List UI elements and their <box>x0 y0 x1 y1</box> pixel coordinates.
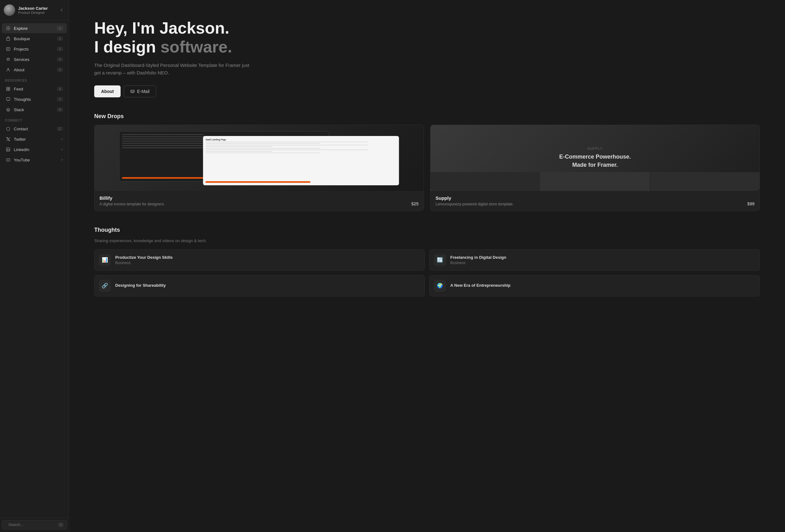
thought-title-productize: Productize Your Design Skills <box>115 255 173 260</box>
thought-icon-freelancing: 🔄 <box>434 254 446 266</box>
youtube-external-icon: ↗ <box>60 158 63 162</box>
hero-buttons: About E-Mail <box>94 85 760 97</box>
projects-badge: 3 <box>57 47 63 51</box>
boutique-label: Boutique <box>14 36 30 41</box>
svg-rect-7 <box>8 89 10 91</box>
resources-label: RESOURCES <box>0 75 69 83</box>
search-bar[interactable]: S <box>2 520 67 530</box>
services-icon <box>6 57 11 62</box>
email-label: E-Mail <box>137 89 149 94</box>
supply-desc: Lemonsqueezy-powered digital store templ… <box>435 202 514 206</box>
contact-label: Contact <box>14 127 28 131</box>
twitter-label: Twitter <box>14 137 26 142</box>
thought-item-entrepreneurship[interactable]: 🌍 A New Era of Entrepreneurship <box>429 275 760 297</box>
thought-item-freelancing[interactable]: 🔄 Freelancing in Digital Design Business <box>429 249 760 271</box>
about-button[interactable]: About <box>94 85 121 97</box>
thoughts-icon <box>6 97 11 102</box>
youtube-icon <box>6 157 11 162</box>
svg-rect-6 <box>7 89 8 91</box>
avatar <box>4 4 15 16</box>
linkedin-icon <box>6 147 11 152</box>
explore-label: Explore <box>14 26 28 31</box>
billify-info: Billify A digital invoice template for d… <box>95 191 424 211</box>
thoughts-section: Thoughts Sharing experiences, knowledge … <box>94 227 760 297</box>
main-content: Hey, I'm Jackson. I design software. The… <box>69 0 785 532</box>
drops-section: New Drops <box>94 113 760 211</box>
thought-item-productize[interactable]: 📊 Productize Your Design Skills Business <box>94 249 425 271</box>
sidebar-item-thoughts[interactable]: Thoughts 7 <box>2 94 67 104</box>
search-input[interactable] <box>8 523 56 527</box>
sidebar-item-stack[interactable]: Stack 8 <box>2 105 67 115</box>
hero-title-line1: Hey, I'm Jackson. <box>94 19 230 37</box>
thought-icon-shareability: 🔗 <box>99 280 111 292</box>
twitter-icon <box>6 136 11 142</box>
thoughts-badge: 7 <box>57 97 63 101</box>
drop-card-supply[interactable]: SUPPLY E-Commerce Powerhouse.Made for Fr… <box>430 125 760 211</box>
sidebar-item-youtube[interactable]: YouTube ↗ <box>2 155 67 165</box>
billify-desc: A digital invoice template for designers… <box>100 202 165 206</box>
connect-label: CONNECT <box>0 115 69 123</box>
sidebar-item-services[interactable]: Services 4 <box>2 54 67 65</box>
email-button[interactable]: E-Mail <box>124 85 156 97</box>
hero-title-highlight: software. <box>160 38 232 56</box>
sidebar-header: Jackson Carter Product Designer <box>0 0 69 20</box>
billify-name: Billify <box>100 195 165 201</box>
hero-title-line2-prefix: I design <box>94 38 160 56</box>
billify-price: $25 <box>411 201 419 206</box>
supply-name: Supply <box>435 195 514 201</box>
user-name: Jackson Carter <box>18 6 48 11</box>
supply-price: $99 <box>747 201 755 206</box>
sidebar-item-contact[interactable]: Contact C <box>2 124 67 134</box>
collapse-button[interactable] <box>58 7 65 14</box>
about-badge: 5 <box>57 68 63 72</box>
explore-icon <box>6 26 11 31</box>
thought-category-freelancing: Business <box>450 261 506 265</box>
services-badge: 4 <box>57 57 63 61</box>
sidebar-item-boutique[interactable]: Boutique 2 <box>2 33 67 44</box>
sidebar-item-feed[interactable]: Feed 6 <box>2 84 67 94</box>
sidebar: Jackson Carter Product Designer Explore <box>0 0 69 532</box>
about-icon <box>6 67 11 72</box>
search-icon <box>5 523 6 527</box>
drop-card-billify[interactable]: SaaS Landing Page <box>94 125 424 211</box>
thought-category-productize: Business <box>115 261 173 265</box>
thought-icon-entrepreneurship: 🌍 <box>434 280 446 292</box>
thought-title-freelancing: Freelancing in Digital Design <box>450 255 506 260</box>
user-profile[interactable]: Jackson Carter Product Designer <box>4 4 48 16</box>
linkedin-label: LinkedIn <box>14 147 29 152</box>
boutique-badge: 2 <box>57 36 63 41</box>
feed-label: Feed <box>14 87 23 92</box>
twitter-external-icon: ↗ <box>60 137 63 141</box>
contact-icon <box>6 126 11 131</box>
stack-badge: 8 <box>57 107 63 112</box>
svg-rect-12 <box>131 90 134 93</box>
sidebar-item-about[interactable]: About 5 <box>2 65 67 75</box>
user-info: Jackson Carter Product Designer <box>18 6 48 15</box>
thought-icon-productize: 📊 <box>99 254 111 266</box>
thought-item-shareability[interactable]: 🔗 Designing for Shareability <box>94 275 425 297</box>
supply-info: Supply Lemonsqueezy-powered digital stor… <box>430 191 760 211</box>
hero-section: Hey, I'm Jackson. I design software. The… <box>94 19 760 97</box>
linkedin-external-icon: ↗ <box>60 148 63 152</box>
thoughts-title: Thoughts <box>94 227 760 233</box>
sidebar-item-projects[interactable]: Projects 3 <box>2 44 67 54</box>
hero-subtitle: The Original Dashboard-Styled Personal W… <box>94 61 251 77</box>
stack-icon <box>6 107 11 112</box>
explore-badge: 1 <box>57 26 63 30</box>
svg-point-1 <box>7 28 9 29</box>
svg-rect-4 <box>7 87 8 89</box>
main-nav: Explore 1 Boutique 2 <box>0 20 69 517</box>
supply-image: SUPPLY E-Commerce Powerhouse.Made for Fr… <box>430 125 760 191</box>
sidebar-item-twitter[interactable]: Twitter ↗ <box>2 134 67 144</box>
projects-label: Projects <box>14 47 29 51</box>
svg-point-3 <box>7 69 9 70</box>
drops-title: New Drops <box>94 113 760 120</box>
about-label: About <box>14 68 25 72</box>
thought-title-entrepreneurship: A New Era of Entrepreneurship <box>450 283 511 288</box>
sidebar-item-linkedin[interactable]: LinkedIn ↗ <box>2 145 67 154</box>
search-shortcut: S <box>58 523 64 527</box>
thoughts-subtitle: Sharing experiences, knowledge and video… <box>94 238 760 243</box>
hero-title: Hey, I'm Jackson. I design software. <box>94 19 760 56</box>
sidebar-item-explore[interactable]: Explore 1 <box>2 23 67 33</box>
email-icon <box>130 89 135 94</box>
